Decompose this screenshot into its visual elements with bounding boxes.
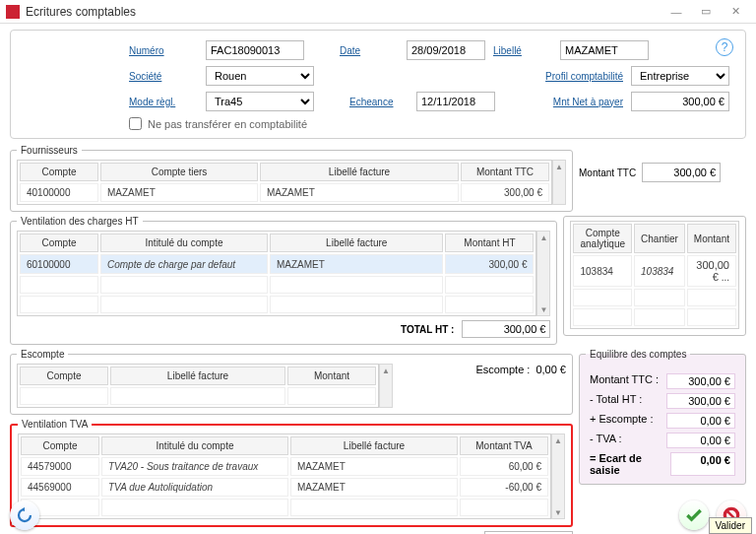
- col-libelle: Libellé facture: [260, 163, 459, 181]
- escompte-total-value: 0,00 €: [536, 364, 566, 375]
- echeance-label: Echeance: [349, 97, 409, 107]
- window-title: Ecritures comptables: [26, 5, 662, 19]
- mode-label: Mode règl.: [129, 97, 198, 107]
- scrollbar[interactable]: ▲▼: [536, 231, 550, 316]
- app-icon: [6, 5, 20, 19]
- societe-label: Société: [129, 71, 198, 82]
- equilibre-legend: Equilibre des comptes: [586, 349, 690, 360]
- table-row[interactable]: [573, 308, 736, 326]
- analytique-fieldset: Compte analytique Chantier Montant 10383…: [563, 216, 746, 336]
- libelle-input[interactable]: [560, 40, 649, 60]
- equilibre-fieldset: Equilibre des comptes Montant TTC :300,0…: [579, 349, 746, 485]
- col-libelle: Libellé facture: [110, 367, 285, 385]
- date-input[interactable]: [407, 40, 485, 60]
- equil-row: - TVA :0,00 €: [586, 431, 739, 450]
- mntnet-input[interactable]: [631, 92, 729, 111]
- col-tiers: Compte tiers: [100, 163, 258, 181]
- table-row[interactable]: 44569000TVA due AutoliquidationMAZAMET-6…: [21, 478, 548, 497]
- table-row[interactable]: [20, 296, 534, 313]
- close-button[interactable]: ✕: [721, 2, 750, 22]
- col-analytique: Compte analytique: [573, 224, 632, 253]
- validate-button[interactable]: [679, 501, 709, 530]
- titlebar: Ecritures comptables — ▭ ✕: [0, 0, 756, 24]
- col-intitule: Intitulé du compte: [100, 234, 268, 252]
- validate-tooltip: Valider: [709, 517, 752, 534]
- date-label: Date: [340, 45, 399, 56]
- fournisseurs-legend: Fournisseurs: [17, 145, 82, 156]
- side-ttc-value[interactable]: [642, 163, 721, 182]
- tva-legend: Ventilation TVA: [18, 419, 92, 430]
- col-compte: Compte: [20, 367, 108, 385]
- total-ht-label: TOTAL HT :: [401, 324, 454, 335]
- table-row[interactable]: 40100000 MAZAMET MAZAMET 300,00 €: [20, 183, 549, 202]
- back-button[interactable]: [10, 501, 39, 530]
- scrollbar[interactable]: ▲: [552, 160, 566, 205]
- col-montant: Montant: [287, 367, 376, 385]
- notransfer-checkbox[interactable]: [129, 117, 142, 130]
- escompte-legend: Escompte: [17, 349, 68, 360]
- notransfer-label: Ne pas transférer en comptabilité: [148, 118, 307, 130]
- equil-row: - Total HT :300,00 €: [586, 391, 739, 411]
- fournisseurs-grid[interactable]: Compte Compte tiers Libellé facture Mont…: [17, 160, 552, 205]
- col-libelle: Libellé facture: [290, 436, 458, 455]
- charges-fieldset: Ventilation des charges HT Compte Intitu…: [10, 216, 557, 345]
- profil-label: Profil comptabilité: [515, 71, 623, 82]
- col-tva: Montant TVA: [460, 436, 548, 455]
- col-ttc: Montant TTC: [461, 163, 549, 181]
- footer: [10, 501, 746, 530]
- col-montant: Montant: [687, 224, 736, 253]
- col-compte: Compte: [20, 234, 98, 252]
- table-row[interactable]: 103834 103834 300,00 € ...: [573, 255, 736, 287]
- table-row[interactable]: [20, 276, 534, 294]
- equil-row: Montant TTC :300,00 €: [586, 371, 739, 391]
- table-row[interactable]: [573, 289, 736, 306]
- echeance-input[interactable]: [416, 92, 495, 111]
- minimize-button[interactable]: —: [662, 2, 691, 22]
- maximize-button[interactable]: ▭: [691, 2, 721, 22]
- equil-row-ecart: = Ecart de saisie0,00 €: [586, 450, 739, 478]
- libelle-label: Libellé: [493, 45, 552, 56]
- escompte-fieldset: Escompte Compte Libellé facture Montant …: [10, 349, 573, 415]
- charges-grid[interactable]: Compte Intitulé du compte Libellé factur…: [17, 231, 536, 316]
- col-compte: Compte: [21, 436, 99, 455]
- col-intitule: Intitulé du compte: [101, 436, 288, 455]
- total-ht-value: 300,00 €: [462, 320, 550, 338]
- col-libelle: Libellé facture: [270, 234, 443, 252]
- fournisseurs-fieldset: Fournisseurs Compte Compte tiers Libellé…: [10, 145, 573, 212]
- mode-select[interactable]: Tra45: [206, 92, 314, 111]
- col-chantier: Chantier: [634, 224, 685, 253]
- societe-select[interactable]: Rouen: [206, 66, 314, 86]
- table-row[interactable]: [20, 387, 376, 405]
- equil-row: + Escompte :0,00 €: [586, 411, 739, 431]
- escompte-total-label: Escompte :: [475, 364, 530, 375]
- side-ttc-label: Montant TTC: [579, 167, 636, 178]
- charges-legend: Ventilation des charges HT: [17, 216, 143, 227]
- numero-label: Numéro: [129, 45, 198, 56]
- help-icon[interactable]: ?: [716, 38, 733, 56]
- table-row[interactable]: 60100000 Compte de charge par defaut MAZ…: [20, 254, 534, 274]
- analytique-grid[interactable]: Compte analytique Chantier Montant 10383…: [570, 221, 739, 329]
- col-compte: Compte: [20, 163, 98, 181]
- profil-select[interactable]: Entreprise: [631, 66, 729, 86]
- col-ht: Montant HT: [445, 234, 534, 252]
- table-row[interactable]: 44579000TVA20 - Sous traitance de travau…: [21, 457, 548, 476]
- header-form: ? Numéro Date Libellé Société Rouen Prof…: [10, 30, 746, 139]
- escompte-grid[interactable]: Compte Libellé facture Montant: [17, 364, 379, 408]
- scrollbar[interactable]: ▲: [379, 364, 393, 408]
- mntnet-label: Mnt Net à payer: [515, 97, 623, 107]
- numero-input[interactable]: [206, 40, 304, 60]
